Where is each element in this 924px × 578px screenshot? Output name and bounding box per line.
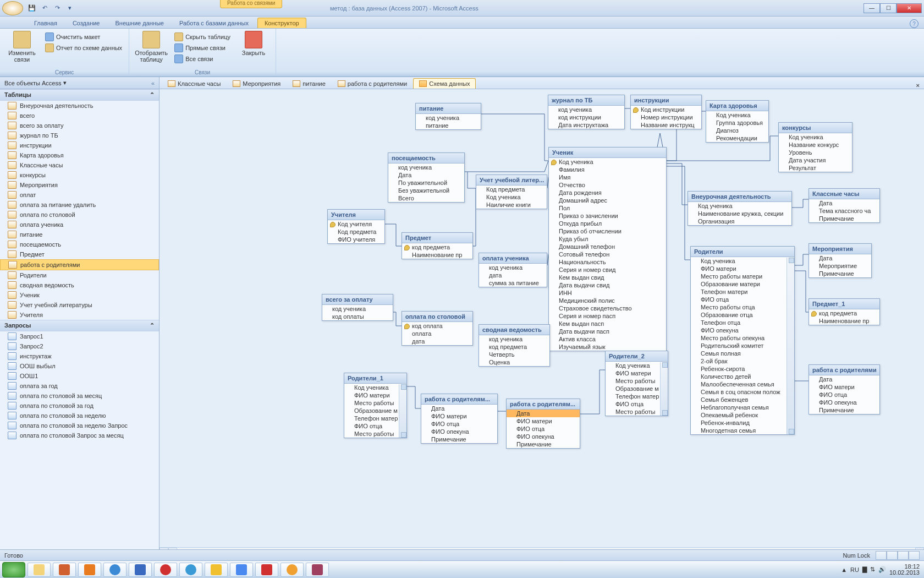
task-app[interactable] (179, 563, 202, 577)
table-field[interactable]: Дата инструктажа (548, 121, 624, 129)
table-title[interactable]: работа с родителям... (507, 399, 580, 410)
table-field[interactable]: Семья беженцев (691, 396, 794, 403)
table-field[interactable]: ФИО матери (421, 412, 497, 420)
table-box[interactable]: инструкцииКод инструкцииНомер инструкции… (630, 95, 702, 129)
nav-item[interactable]: Внеурочная деятельность (0, 101, 159, 111)
table-box[interactable]: Родители_2Код ученикаФИО материМесто раб… (605, 351, 668, 416)
nav-item[interactable]: оплата по столовой за месяц (0, 391, 159, 401)
lang-indicator[interactable]: RU (850, 566, 859, 573)
table-field[interactable]: ФИО опекуна (809, 399, 879, 406)
table-field[interactable]: Результат (779, 164, 852, 172)
table-field[interactable]: Малообеспеченная семья (691, 380, 794, 388)
table-field[interactable]: ФИО учителя (328, 236, 384, 243)
table-field[interactable]: код ученика (479, 264, 547, 271)
table-field[interactable]: ФИО матери (691, 265, 794, 272)
nav-item[interactable]: сводная ведомость (0, 280, 159, 290)
table-field[interactable]: Рекомендации (706, 134, 768, 142)
nav-item[interactable]: конкурсы (0, 170, 159, 180)
table-field[interactable]: Примечание (421, 435, 497, 443)
table-field[interactable]: код предмета (809, 309, 879, 317)
nav-item[interactable]: посещаемость (0, 239, 159, 249)
table-box[interactable]: сводная ведомостькод ученикакод предмета… (479, 324, 550, 367)
table-field[interactable]: Количество детей (691, 373, 794, 380)
table-field[interactable]: ФИО опекуна (421, 428, 497, 435)
table-title[interactable]: Родители (691, 247, 794, 257)
table-field[interactable]: код ученика (322, 305, 393, 313)
nav-group-header[interactable]: Запросы⌃ (0, 320, 159, 331)
table-title[interactable]: Предмет_1 (809, 299, 879, 309)
document-tab[interactable]: Классные часы (162, 78, 227, 89)
table-field[interactable]: Приказ о зачислении (549, 212, 666, 220)
table-field[interactable]: код ученика (416, 114, 481, 122)
edit-relationships-button[interactable]: Изменить связи (4, 31, 40, 63)
table-field[interactable]: Наименование пр (402, 251, 472, 259)
nav-item[interactable]: инструктаж (0, 351, 159, 361)
view-button[interactable] (876, 551, 887, 560)
table-field[interactable]: Родительский комитет (691, 342, 794, 350)
view-button[interactable] (909, 551, 920, 560)
table-field[interactable]: Код ученика (476, 193, 547, 201)
table-box[interactable]: Внеурочная деятельностьКод ученикаНаимен… (688, 191, 792, 226)
table-field[interactable]: Четверть (479, 351, 549, 358)
close-relationships-button[interactable]: Закрыть (236, 31, 271, 56)
ribbon-tab[interactable]: Внешние данные (109, 18, 170, 28)
nav-item[interactable]: оплата по столовой за неделю Запрос (0, 421, 159, 430)
table-field[interactable]: Примечание (809, 270, 871, 277)
hide-table-button[interactable]: Скрыть таблицу (172, 32, 233, 42)
table-field[interactable]: Код ученика (688, 202, 791, 210)
nav-pane-header[interactable]: Все объекты Access ▾ « (0, 77, 159, 89)
table-field[interactable]: ФИО опекуна (507, 433, 580, 440)
qat-dropdown-icon[interactable]: ▾ (64, 3, 75, 14)
table-field[interactable]: код ученика (479, 335, 549, 343)
table-field[interactable]: Семья в соц опасном полож (691, 388, 794, 396)
table-field[interactable]: Место работы (606, 408, 668, 416)
table-title[interactable]: работа с родителям... (421, 394, 497, 405)
nav-item[interactable]: ООШ выбыл (0, 361, 159, 371)
table-field[interactable]: Дата (507, 410, 580, 417)
table-field[interactable]: Сотовый телефон (549, 250, 666, 258)
task-app[interactable] (78, 563, 101, 577)
table-box[interactable]: работа с родителям...ДатаФИО материФИО о… (506, 399, 580, 449)
table-field[interactable]: Наименование пр (809, 317, 879, 325)
table-field[interactable]: Серия и номер пасп (549, 312, 666, 320)
show-table-button[interactable]: Отобразить таблицу (134, 31, 169, 63)
table-box[interactable]: работа с родителямиДатаФИО материФИО отц… (809, 364, 880, 415)
table-field[interactable]: Откуда прибыл (549, 220, 666, 227)
task-mail[interactable] (230, 563, 253, 577)
scrollbar[interactable] (399, 384, 406, 438)
table-field[interactable]: Мероприятие (809, 262, 871, 270)
ribbon-tab[interactable]: Создание (66, 18, 107, 28)
table-field[interactable]: Дата выдачи пасп (549, 328, 666, 335)
table-field[interactable]: Номер инструкции (631, 113, 701, 121)
table-box[interactable]: Предметкод предметаНаименование пр (402, 232, 473, 259)
table-box[interactable]: журнал по ТБкод ученикакод инструкцииДат… (548, 95, 625, 129)
nav-item[interactable]: Учет учебной литературы (0, 300, 159, 310)
table-field[interactable]: Наименование кружка, секции (688, 210, 791, 217)
table-field[interactable]: Многодетная семья (691, 427, 794, 434)
all-relations-button[interactable]: Все связи (172, 54, 233, 64)
table-field[interactable]: Дата (809, 254, 871, 262)
help-icon[interactable]: ? (910, 19, 919, 28)
nav-item[interactable]: всего (0, 111, 159, 121)
table-field[interactable]: Код учителя (328, 220, 384, 228)
table-field[interactable]: Актив класса (549, 335, 666, 343)
view-button[interactable] (887, 551, 898, 560)
tray-up-icon[interactable]: ▲ (841, 566, 847, 573)
table-title[interactable]: Родители_2 (606, 351, 668, 362)
nav-item[interactable]: Предмет (0, 249, 159, 259)
ribbon-tab[interactable]: Главная (28, 18, 64, 28)
save-icon[interactable]: 💾 (26, 3, 37, 14)
table-field[interactable]: ФИО отца (809, 391, 879, 399)
table-field[interactable]: Образование м (344, 407, 406, 415)
task-word[interactable] (129, 563, 152, 577)
table-box[interactable]: Карта здоровьяКод ученикаГруппа здоровья… (706, 100, 769, 143)
nav-item[interactable]: оплата по столовой Запрос за месяц (0, 430, 159, 440)
table-field[interactable]: Код ученика (549, 158, 666, 166)
table-field[interactable]: Образование отца (691, 311, 794, 319)
table-field[interactable]: код предмета (479, 343, 549, 351)
table-field[interactable]: Телефон матер (344, 415, 406, 422)
table-title[interactable]: конкурсы (779, 123, 852, 133)
table-title[interactable]: Карта здоровья (706, 101, 768, 111)
table-field[interactable]: Диагноз (706, 127, 768, 134)
network-icon[interactable]: ⇅ (870, 566, 875, 573)
